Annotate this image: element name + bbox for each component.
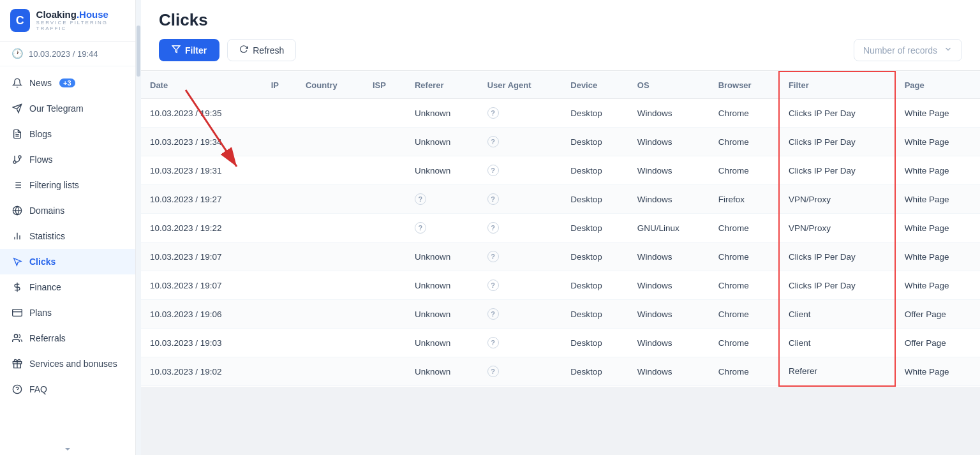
cell-device: Desktop xyxy=(561,99,628,128)
sidebar-item-filtering[interactable]: Filtering lists xyxy=(0,172,135,198)
referer-value: Unknown xyxy=(415,367,450,377)
cell-browser: Chrome xyxy=(709,99,779,128)
cell-referer: ? xyxy=(406,185,479,214)
sidebar-item-services[interactable]: Services and bonuses xyxy=(0,351,135,377)
cell-referer: Unknown xyxy=(406,99,479,128)
cell-user-agent: ? xyxy=(479,300,562,329)
cell-country xyxy=(297,357,364,386)
sidebar-item-finance[interactable]: Finance xyxy=(0,274,135,300)
logo-icon: C xyxy=(10,9,30,32)
table-row[interactable]: 10.03.2023 / 19:06 Unknown ? Desktop Win… xyxy=(141,300,980,329)
col-isp: ISP xyxy=(364,71,406,99)
cell-date: 10.03.2023 / 19:35 xyxy=(141,99,262,128)
table-row[interactable]: 10.03.2023 / 19:22 ? ? Desktop GNU/Linux… xyxy=(141,214,980,242)
referer-value: Unknown xyxy=(415,310,450,319)
filter-label: Filter xyxy=(185,45,207,56)
cell-country xyxy=(297,185,364,214)
dollar-sign-icon xyxy=(11,281,23,293)
cell-filter: VPN/Proxy xyxy=(779,185,895,214)
sidebar-item-faq[interactable]: FAQ xyxy=(0,377,135,402)
table-row[interactable]: 10.03.2023 / 19:02 Unknown ? Desktop Win… xyxy=(141,357,980,386)
table-row[interactable]: 10.03.2023 / 19:03 Unknown ? Desktop Win… xyxy=(141,329,980,357)
cell-os: Windows xyxy=(628,99,709,128)
referer-value: Unknown xyxy=(415,108,450,118)
nav-label-finance: Finance xyxy=(29,282,61,292)
sidebar-item-flows[interactable]: Flows xyxy=(0,147,135,172)
sidebar-item-news[interactable]: News +3 xyxy=(0,70,135,96)
cell-date: 10.03.2023 / 19:27 xyxy=(141,185,262,214)
cell-device: Desktop xyxy=(561,156,628,185)
filter-button[interactable]: Filter xyxy=(159,39,219,61)
svg-point-21 xyxy=(14,334,17,338)
cell-date: 10.03.2023 / 19:02 xyxy=(141,357,262,386)
svg-marker-26 xyxy=(172,46,180,53)
cell-browser: Firefox xyxy=(709,185,779,214)
sidebar-scrollbar-thumb[interactable] xyxy=(137,26,140,77)
col-user-agent: User Agent xyxy=(479,71,562,99)
cell-filter: Clicks IP Per Day xyxy=(779,99,895,128)
bar-chart-icon xyxy=(11,230,23,242)
nav-label-blogs: Blogs xyxy=(29,129,52,139)
records-placeholder: Number of records xyxy=(863,45,937,56)
cell-os: Windows xyxy=(628,300,709,329)
cell-country xyxy=(297,329,364,357)
cell-device: Desktop xyxy=(561,271,628,300)
help-circle-icon xyxy=(11,384,23,395)
cell-country xyxy=(297,242,364,271)
table-row[interactable]: 10.03.2023 / 19:07 Unknown ? Desktop Win… xyxy=(141,271,980,300)
chevron-down-icon xyxy=(944,45,953,56)
table-row[interactable]: 10.03.2023 / 19:07 Unknown ? Desktop Win… xyxy=(141,242,980,271)
cell-page: Offer Page xyxy=(895,329,980,357)
nav-label-filtering: Filtering lists xyxy=(29,180,79,190)
logo: C Cloaking.House SERVICE FILTERING TRAFF… xyxy=(0,0,135,41)
sidebar-item-statistics[interactable]: Statistics xyxy=(0,223,135,249)
cell-date: 10.03.2023 / 19:22 xyxy=(141,214,262,242)
sidebar-item-referrals[interactable]: Referrals xyxy=(0,325,135,351)
cell-os: Windows xyxy=(628,242,709,271)
users-icon xyxy=(11,332,23,344)
gift-icon xyxy=(11,358,23,369)
table-row[interactable]: 10.03.2023 / 19:34 Unknown ? Desktop Win… xyxy=(141,128,980,156)
col-ip: IP xyxy=(262,71,297,99)
cell-date: 10.03.2023 / 19:07 xyxy=(141,271,262,300)
main-header: Clicks Filter Refresh Number of records xyxy=(141,0,980,71)
cell-user-agent: ? xyxy=(479,214,562,242)
sidebar-item-plans[interactable]: Plans xyxy=(0,300,135,325)
refresh-button[interactable]: Refresh xyxy=(227,39,296,61)
question-icon: ? xyxy=(415,193,426,205)
cell-user-agent: ? xyxy=(479,357,562,386)
cell-page: Offer Page xyxy=(895,300,980,329)
cell-date: 10.03.2023 / 19:03 xyxy=(141,329,262,357)
sidebar-scrollbar[interactable] xyxy=(136,0,141,455)
cell-device: Desktop xyxy=(561,300,628,329)
git-branch-icon xyxy=(11,154,23,165)
cell-os: Windows xyxy=(628,329,709,357)
sidebar-item-domains[interactable]: Domains xyxy=(0,198,135,223)
sidebar-item-telegram[interactable]: Our Telegram xyxy=(0,96,135,121)
table-row[interactable]: 10.03.2023 / 19:27 ? ? Desktop Windows F… xyxy=(141,185,980,214)
cell-ip xyxy=(262,300,297,329)
cell-ip xyxy=(262,242,297,271)
user-agent-icon: ? xyxy=(487,222,499,234)
cell-country xyxy=(297,99,364,128)
table-row[interactable]: 10.03.2023 / 19:35 Unknown ? Desktop Win… xyxy=(141,99,980,128)
cell-ip xyxy=(262,214,297,242)
logo-subtitle: SERVICE FILTERING TRAFFIC xyxy=(36,20,125,31)
records-select[interactable]: Number of records xyxy=(854,39,962,61)
cell-user-agent: ? xyxy=(479,99,562,128)
cell-browser: Chrome xyxy=(709,357,779,386)
col-os: OS xyxy=(628,71,709,99)
referer-value: Unknown xyxy=(415,281,450,290)
cell-page: White Page xyxy=(895,128,980,156)
cell-browser: Chrome xyxy=(709,242,779,271)
cell-filter: Client xyxy=(779,300,895,329)
sidebar-item-clicks[interactable]: Clicks xyxy=(0,249,135,274)
sidebar-item-blogs[interactable]: Blogs xyxy=(0,121,135,147)
news-badge: +3 xyxy=(59,78,75,87)
cell-user-agent: ? xyxy=(479,128,562,156)
cell-country xyxy=(297,128,364,156)
table-container[interactable]: Date IP Country ISP Referer User Agent D… xyxy=(141,71,980,455)
cell-referer: Unknown xyxy=(406,329,479,357)
table-row[interactable]: 10.03.2023 / 19:31 Unknown ? Desktop Win… xyxy=(141,156,980,185)
cell-device: Desktop xyxy=(561,329,628,357)
